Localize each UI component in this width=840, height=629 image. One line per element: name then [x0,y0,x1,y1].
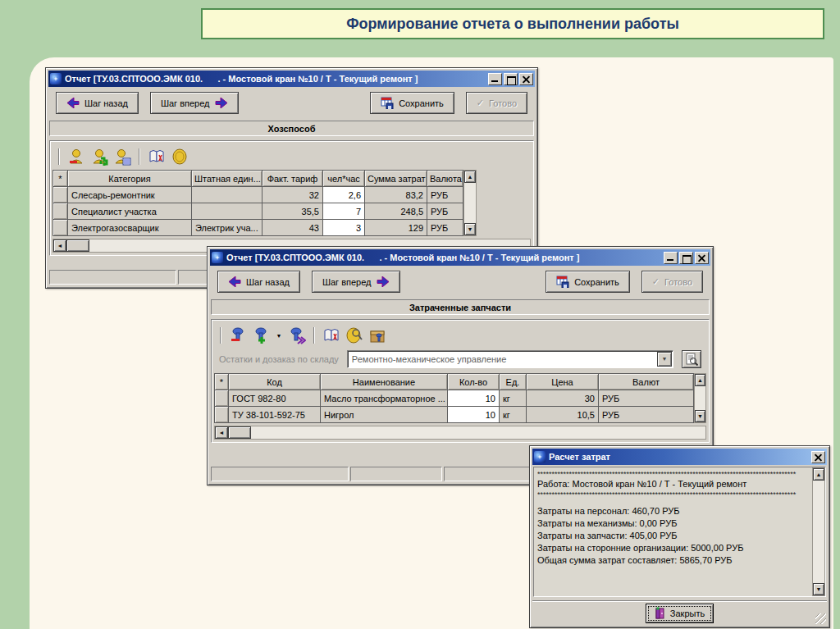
cell-cost-sum[interactable]: 248,5 [365,203,427,220]
cell-currency[interactable]: РУБ [599,390,694,407]
col-selector[interactable]: * [215,374,229,390]
cell-fact-tariff[interactable]: 32 [262,187,323,203]
cell-currency[interactable]: РУБ [599,407,694,423]
cell-name[interactable]: Нигрол [321,407,448,423]
step-forward-button[interactable]: Шаг вперед [312,271,400,293]
table-horizontal-scrollbar[interactable]: ◄ [214,426,706,440]
col-quantity[interactable]: Кол-во [448,374,500,390]
col-cost-sum[interactable]: Сумма затрат [365,171,427,187]
cell-price[interactable]: 10,5 [527,407,599,423]
window2-titlebar[interactable]: Отчет [ТУ.03.СПТООО.ЭМК 010. . - Мостово… [210,249,710,266]
cell-cost-sum[interactable]: 129 [365,220,427,236]
maximize-icon[interactable] [679,252,693,264]
cell-category[interactable]: Слесарь-ремонтник [68,187,192,203]
scrollbar-thumb[interactable] [66,239,89,252]
col-currency[interactable]: Валют [599,374,694,390]
dropdown-caret-icon[interactable]: ▼ [275,333,283,339]
row-selector[interactable] [53,187,68,203]
table-row[interactable]: Электрогазосварщик Электрик уча... 43 3 … [53,220,463,236]
person-remove-icon[interactable] [67,148,85,166]
dropdown-arrow-icon[interactable]: ▼ [657,352,672,367]
cell-man-hours[interactable]: 2,6 [323,187,365,203]
cell-unit[interactable]: кг [500,407,527,423]
save-button[interactable]: Сохранить [546,271,630,293]
cell-currency[interactable]: РУБ [427,203,463,220]
minimize-icon[interactable] [664,252,678,264]
coin-search-icon[interactable] [345,326,363,344]
table-row[interactable]: ГОСТ 982-80 Масло трансформаторное ... 1… [215,390,694,407]
col-unit[interactable]: Ед. [500,374,527,390]
col-name[interactable]: Наименование [321,374,448,390]
close-button[interactable]: Закрыть [646,604,714,623]
resize-grip[interactable] [815,613,826,624]
part-select-icon[interactable] [288,326,306,344]
close-icon[interactable] [811,451,825,463]
scroll-left-icon[interactable]: ◄ [215,426,228,439]
coin-icon[interactable] [171,148,189,166]
cell-staff-unit[interactable] [192,187,262,203]
col-staff-unit[interactable]: Штатная един... [192,171,262,187]
book-search-icon[interactable] [322,326,340,344]
scroll-down-icon[interactable]: ▼ [695,410,705,422]
table-vertical-scrollbar[interactable]: ▲ ▼ [463,170,477,236]
close-icon[interactable] [695,252,709,264]
book-search-icon[interactable] [148,148,166,166]
maximize-icon[interactable] [504,73,518,85]
person-add-icon[interactable] [90,148,108,166]
scroll-down-icon[interactable]: ▼ [813,583,824,595]
cell-price[interactable]: 30 [527,390,599,407]
stock-report-button[interactable] [682,350,701,368]
close-icon[interactable] [519,73,533,85]
scroll-down-icon[interactable]: ▼ [464,223,476,235]
table-vertical-scrollbar[interactable]: ▲ ▼ [694,373,706,423]
cell-fact-tariff[interactable]: 35,5 [262,203,323,220]
cell-staff-unit[interactable]: Электрик уча... [192,220,262,236]
cell-fact-tariff[interactable]: 43 [262,220,323,236]
cell-man-hours[interactable]: 3 [323,220,365,236]
table-row[interactable]: ТУ 38-101-592-75 Нигрол 10 кг 10,5 РУБ [215,407,694,423]
part-remove-icon[interactable] [229,326,247,344]
col-category[interactable]: Категория [68,171,192,187]
cell-currency[interactable]: РУБ [427,187,463,203]
cell-category[interactable]: Электрогазосварщик [68,220,192,236]
scroll-up-icon[interactable]: ▲ [695,374,705,386]
cell-code[interactable]: ТУ 38-101-592-75 [229,407,321,423]
cell-code[interactable]: ГОСТ 982-80 [229,390,321,407]
done-button[interactable]: ✓ Готово [466,92,527,114]
memo-vertical-scrollbar[interactable]: ▲ ▼ [812,467,825,596]
col-fact-tariff[interactable]: Факт. тариф [262,171,323,187]
row-selector[interactable] [53,203,68,220]
cell-unit[interactable]: кг [500,390,527,407]
scroll-up-icon[interactable]: ▲ [813,468,824,481]
col-selector[interactable]: * [53,171,68,187]
cell-category[interactable]: Специалист участка [68,203,192,220]
row-selector[interactable] [53,220,68,236]
table-row[interactable]: Специалист участка 35,5 7 248,5 РУБ [53,203,463,220]
person-list-icon[interactable] [113,148,131,166]
cell-staff-unit[interactable] [192,203,262,220]
step-back-button[interactable]: Шаг назад [56,92,139,114]
cell-quantity[interactable]: 10 [448,390,500,407]
cell-name[interactable]: Масло трансформаторное ... [321,390,448,407]
row-selector[interactable] [215,390,229,407]
col-man-hours[interactable]: чел*час [323,171,365,187]
step-back-button[interactable]: Шаг назад [217,271,300,293]
cell-man-hours[interactable]: 7 [323,203,365,220]
col-currency[interactable]: Валюта [427,171,463,187]
part-add-icon[interactable] [252,326,270,344]
save-button[interactable]: Сохранить [370,92,454,114]
warehouse-select[interactable]: Ремонтно-механическое управление ▼ [347,350,673,368]
minimize-icon[interactable] [488,73,502,85]
step-forward-button[interactable]: Шаг вперед [150,92,239,114]
done-button[interactable]: ✓ Готово [641,271,703,293]
scroll-up-icon[interactable]: ▲ [464,171,476,183]
cell-currency[interactable]: РУБ [427,220,463,236]
col-price[interactable]: Цена [527,374,599,390]
row-selector[interactable] [215,407,229,423]
parts-box-icon[interactable] [368,326,386,344]
window3-titlebar[interactable]: Расчет затрат [532,449,827,465]
cell-quantity[interactable]: 10 [448,407,500,423]
scroll-left-icon[interactable]: ◄ [53,239,66,252]
cell-cost-sum[interactable]: 83,2 [365,187,427,203]
scrollbar-thumb[interactable] [228,426,251,439]
